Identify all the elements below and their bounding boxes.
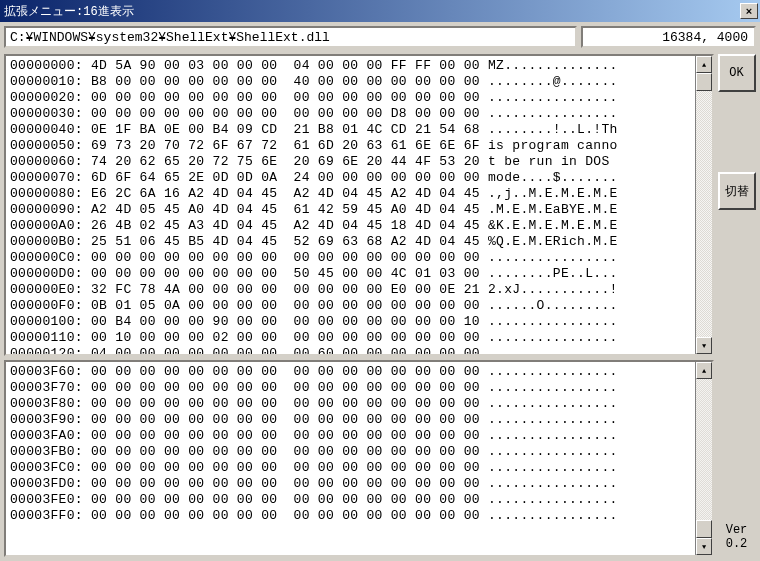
hex-pane-top: 00000000: 4D 5A 90 00 03 00 00 00 04 00 … [4, 54, 714, 356]
main-area: 00000000: 4D 5A 90 00 03 00 00 00 04 00 … [0, 52, 760, 561]
scrollbar-bottom[interactable]: ▲ ▼ [695, 362, 712, 555]
scroll-up-btn[interactable]: ▲ [696, 362, 712, 379]
scroll-thumb[interactable] [696, 520, 712, 538]
scroll-down-btn[interactable]: ▼ [696, 538, 712, 555]
hex-panes: 00000000: 4D 5A 90 00 03 00 00 00 04 00 … [0, 52, 716, 561]
ok-button[interactable]: OK [718, 54, 756, 92]
hex-content-top[interactable]: 00000000: 4D 5A 90 00 03 00 00 00 04 00 … [6, 56, 712, 356]
window-title: 拡張メニュー:16進表示 [4, 3, 134, 20]
hex-pane-bottom: 00003F60: 00 00 00 00 00 00 00 00 00 00 … [4, 360, 714, 557]
path-input[interactable] [4, 26, 577, 48]
close-button[interactable]: × [740, 3, 758, 19]
size-field: 16384, 4000 [581, 26, 756, 48]
scroll-up-btn[interactable]: ▲ [696, 56, 712, 73]
scroll-track[interactable] [696, 73, 712, 337]
scroll-track[interactable] [696, 379, 712, 538]
scrollbar-top[interactable]: ▲ ▼ [695, 56, 712, 354]
titlebar: 拡張メニュー:16進表示 × [0, 0, 760, 22]
scroll-thumb[interactable] [696, 73, 712, 91]
version-label: Ver 0.2 [726, 523, 748, 557]
switch-button[interactable]: 切替 [718, 172, 756, 210]
scroll-down-btn[interactable]: ▼ [696, 337, 712, 354]
hex-content-bottom[interactable]: 00003F60: 00 00 00 00 00 00 00 00 00 00 … [6, 362, 712, 526]
toolbar: 16384, 4000 [0, 22, 760, 52]
sidebar: OK 切替 Ver 0.2 [716, 52, 760, 561]
